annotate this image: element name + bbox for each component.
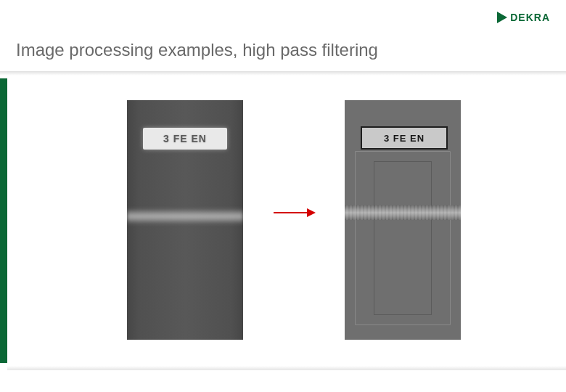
- sidebar-accent-bar: [0, 78, 7, 363]
- weld-seam-left: [127, 208, 243, 224]
- footer-divider: [7, 366, 566, 370]
- original-radiograph: 3 FE EN: [127, 100, 243, 340]
- arrow-right-icon: [274, 212, 314, 213]
- header-divider: [0, 71, 566, 75]
- specimen-id-plate-right: 3 FE EN: [361, 126, 448, 150]
- filtered-radiograph: 3 FE EN: [345, 100, 461, 340]
- figure-comparison: 3 FE EN 3 FE EN: [127, 93, 461, 347]
- specimen-id-plate-left: 3 FE EN: [143, 128, 227, 150]
- weld-seam-right: [345, 205, 461, 220]
- brand-triangle-icon: [497, 12, 507, 23]
- transform-arrow: [243, 212, 345, 213]
- panel-inner-outline: [374, 161, 432, 315]
- slide-title: Image processing examples, high pass fil…: [16, 40, 378, 60]
- brand-logo: DEKRA: [497, 12, 550, 23]
- brand-name: DEKRA: [510, 12, 550, 23]
